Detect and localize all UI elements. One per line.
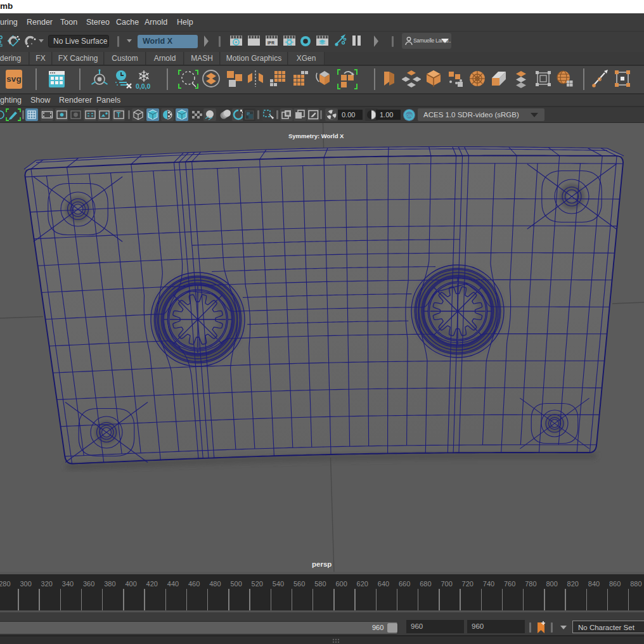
svg-text:T: T (117, 112, 120, 119)
svg-text:Symmetry: World X: Symmetry: World X (288, 132, 344, 139)
svg-text:IPR: IPR (267, 41, 274, 45)
svg-text:0,0,0: 0,0,0 (136, 82, 151, 90)
svg-text:ON: ON (406, 113, 413, 118)
svg-text:persp: persp (312, 560, 332, 568)
